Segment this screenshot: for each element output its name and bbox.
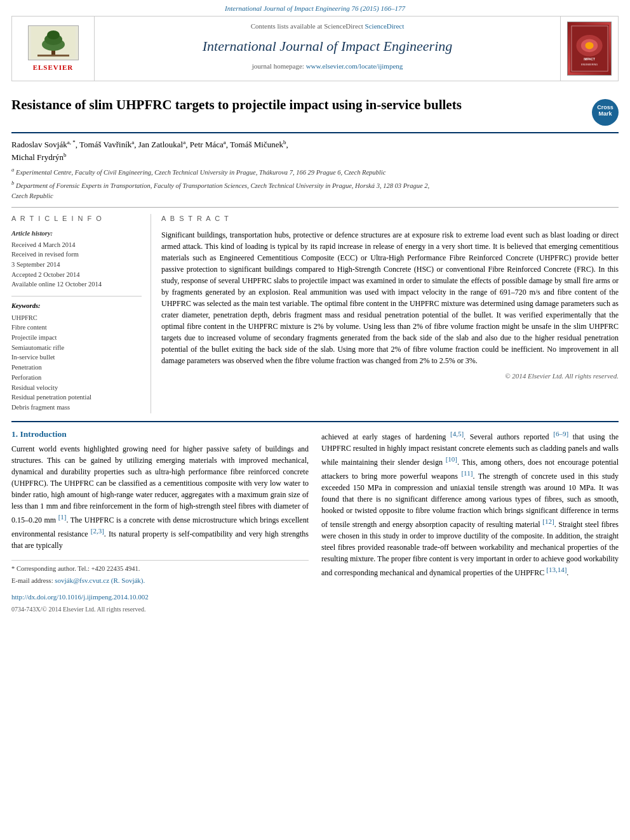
section-divider bbox=[11, 421, 619, 422]
keyword-3: Projectile impact bbox=[11, 333, 142, 343]
abstract-column: A B S T R A C T Significant buildings, t… bbox=[151, 214, 619, 413]
history-row-5: Available online 12 October 2014 bbox=[11, 280, 142, 290]
introduction-section: 1. Introduction Current world events hig… bbox=[11, 429, 619, 614]
keyword-6: Penetration bbox=[11, 363, 142, 373]
divider-info bbox=[11, 296, 142, 297]
crossmark-badge[interactable]: Cross Mark bbox=[592, 99, 619, 126]
affiliation-2-cont: Czech Republic bbox=[11, 192, 619, 201]
svg-text:Mark: Mark bbox=[598, 110, 612, 117]
journal-title-area: Contents lists available at ScienceDirec… bbox=[95, 17, 561, 81]
intro-right: achieved at early stages of hardening [4… bbox=[319, 429, 619, 614]
homepage-label: journal homepage: bbox=[252, 62, 304, 70]
journal-reference-top: International Journal of Impact Engineer… bbox=[0, 0, 630, 16]
article-info-column: A R T I C L E I N F O Article history: R… bbox=[11, 214, 151, 413]
intro-body-right: achieved at early stages of hardening [4… bbox=[321, 429, 619, 578]
intro-para-left: Current world events highlighted growing… bbox=[11, 443, 309, 551]
sciencedirect-line: Contents lists available at ScienceDirec… bbox=[251, 22, 405, 31]
author-1: Radoslav Sovják bbox=[11, 140, 67, 150]
email-label: E-mail address: bbox=[11, 577, 53, 584]
sciencedirect-text: Contents lists available at ScienceDirec… bbox=[251, 22, 363, 30]
history-label: Article history: bbox=[11, 229, 142, 239]
ref-11-link[interactable]: [11] bbox=[461, 469, 473, 477]
ref-12-link[interactable]: [12] bbox=[542, 517, 554, 525]
keyword-7: Perforation bbox=[11, 373, 142, 383]
journal-header: ELSEVIER Contents lists available at Sci… bbox=[11, 16, 619, 81]
article-info-abstract: A R T I C L E I N F O Article history: R… bbox=[11, 214, 619, 413]
keywords-label: Keywords: bbox=[11, 302, 142, 311]
ref-2-3-link[interactable]: [2,3] bbox=[91, 527, 104, 535]
intro-para-right: achieved at early stages of hardening [4… bbox=[321, 429, 619, 578]
keyword-4: Semiautomatic rifle bbox=[11, 343, 142, 353]
author-5: Tomáš Mičunek bbox=[230, 140, 283, 150]
ref-1-link[interactable]: [1] bbox=[58, 513, 67, 521]
ref-6-9-link[interactable]: [6–9] bbox=[553, 430, 568, 437]
journal-title: International Journal of Impact Engineer… bbox=[203, 37, 453, 57]
intro-left: 1. Introduction Current world events hig… bbox=[11, 429, 319, 614]
sciencedirect-link[interactable]: ScienceDirect bbox=[365, 22, 405, 30]
journal-homepage: journal homepage: www.elsevier.com/locat… bbox=[252, 62, 403, 71]
affiliation-2: b Department of Forensic Experts in Tran… bbox=[11, 179, 619, 190]
svg-text:ENGINEERING: ENGINEERING bbox=[580, 63, 597, 66]
copyright: © 2014 Elsevier Ltd. All rights reserved… bbox=[161, 371, 619, 381]
ref-10-link[interactable]: [10] bbox=[446, 455, 457, 463]
svg-text:Cross: Cross bbox=[597, 104, 613, 110]
svg-rect-5 bbox=[37, 55, 69, 57]
intro-section-number: 1. Introduction bbox=[11, 429, 309, 441]
article-info-heading: A R T I C L E I N F O bbox=[11, 214, 142, 223]
history-row-1: Received 4 March 2014 bbox=[11, 241, 142, 250]
history-row-4: Accepted 2 October 2014 bbox=[11, 270, 142, 280]
main-content: Resistance of slim UHPFRC targets to pro… bbox=[0, 88, 630, 614]
issn-line: 0734-743X/© 2014 Elsevier Ltd. All right… bbox=[11, 605, 309, 614]
journal-cover-area: IMPACT ENGINEERING bbox=[561, 17, 618, 81]
footnote-area: * Corresponding author. Tel.: +420 22435… bbox=[11, 560, 309, 614]
svg-point-4 bbox=[47, 30, 60, 39]
elsevier-logo-area: ELSEVIER bbox=[12, 17, 95, 81]
doi-link[interactable]: http://dx.doi.org/10.1016/j.ijimpeng.201… bbox=[11, 593, 149, 601]
journal-cover-image: IMPACT ENGINEERING bbox=[567, 22, 612, 76]
keyword-10: Debris fragment mass bbox=[11, 403, 142, 413]
affiliation-1: a Experimental Centre, Faculty of Civil … bbox=[11, 166, 619, 177]
elsevier-tree-icon bbox=[28, 25, 79, 60]
svg-text:IMPACT: IMPACT bbox=[584, 58, 595, 62]
svg-point-10 bbox=[585, 43, 593, 50]
crossmark-icon[interactable]: Cross Mark bbox=[592, 99, 619, 126]
affiliations: a Experimental Centre, Faculty of Civil … bbox=[11, 166, 619, 208]
keywords-block: Keywords: UHPFRC Fibre content Projectil… bbox=[11, 302, 142, 413]
history-row-3: 3 September 2014 bbox=[11, 260, 142, 270]
corresponding-author: * Corresponding author. Tel.: +420 22435… bbox=[11, 564, 309, 574]
keyword-5: In-service bullet bbox=[11, 353, 142, 363]
elsevier-text: ELSEVIER bbox=[33, 63, 74, 72]
intro-body-left: Current world events highlighted growing… bbox=[11, 443, 309, 551]
author-2: Tomáš Vavřiník bbox=[79, 140, 131, 150]
abstract-heading: A B S T R A C T bbox=[161, 214, 619, 223]
ref-4-5-link[interactable]: [4,5] bbox=[450, 430, 464, 437]
elsevier-logo: ELSEVIER bbox=[28, 25, 79, 72]
keyword-8: Residual velocity bbox=[11, 383, 142, 393]
author-4: Petr Máca bbox=[190, 140, 224, 150]
article-title: Resistance of slim UHPFRC targets to pro… bbox=[11, 97, 592, 114]
author-6: Michal Frydrýn bbox=[11, 152, 64, 162]
email-link[interactable]: sovják@fsv.cvut.cz (R. Sovják). bbox=[55, 577, 145, 584]
authors-line: Radoslav Sovjáka, *, Tomáš Vavřiníka, Ja… bbox=[11, 133, 619, 166]
abstract-text: Significant buildings, transportation hu… bbox=[161, 229, 619, 366]
ref-13-14-link[interactable]: [13,14] bbox=[546, 566, 566, 573]
keyword-2: Fibre content bbox=[11, 323, 142, 333]
history-row-2: Received in revised form bbox=[11, 250, 142, 260]
article-title-box: Resistance of slim UHPFRC targets to pro… bbox=[11, 88, 619, 133]
keyword-9: Residual penetration potential bbox=[11, 393, 142, 403]
email-line: E-mail address: sovják@fsv.cvut.cz (R. S… bbox=[11, 576, 309, 586]
keyword-1: UHPFRC bbox=[11, 314, 142, 323]
article-history: Article history: Received 4 March 2014 R… bbox=[11, 229, 142, 290]
author-3: Jan Zatloukal bbox=[138, 140, 183, 150]
homepage-link[interactable]: www.elsevier.com/locate/ijimpeng bbox=[306, 62, 403, 70]
